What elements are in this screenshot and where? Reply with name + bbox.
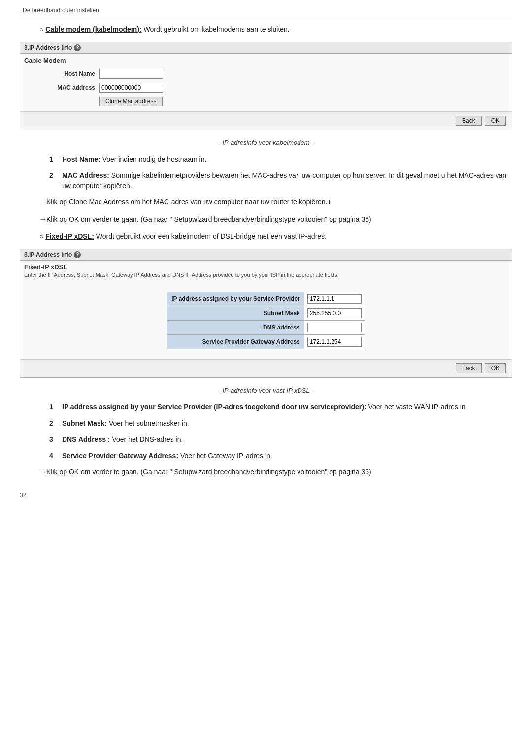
panel1-subheader: Cable Modem [20, 54, 512, 64]
caption1: – IP-adresinfo voor kabelmodem – [20, 139, 512, 146]
fi3-bold: DNS Address : [62, 435, 110, 443]
panel2-help-icon[interactable]: ? [74, 251, 81, 258]
mac-address-input[interactable] [99, 83, 163, 93]
fixed-item-3: 3 DNS Address : Voer het DNS-adres in. [49, 434, 512, 445]
fixed-input-0[interactable] [307, 294, 362, 304]
topbar-text: De breedbandrouter instellen [23, 7, 99, 14]
fixed-ip-table: IP address assigned by your Service Prov… [167, 292, 365, 349]
panel1-back-button[interactable]: Back [456, 116, 482, 126]
fixed-input-2[interactable] [307, 323, 362, 332]
fi1-bold: IP address assigned by your Service Prov… [62, 403, 366, 411]
item2-text: Sommige kabelinternetproviders bewaren h… [62, 171, 506, 190]
host-name-label: Host Name [30, 70, 99, 77]
fixed-value-3 [304, 335, 365, 349]
clone-btn-row: Clone Mac address [99, 97, 502, 106]
list-item-1: 1 Host Name: Voer indien nodig de hostna… [49, 154, 512, 164]
panel2-footer: Back OK [20, 359, 512, 377]
fixed-row-3: Service Provider Gateway Address [167, 335, 365, 349]
cable-modem-list: 1 Host Name: Voer indien nodig de hostna… [49, 154, 512, 191]
arrow2: →Klik op OK om verder te gaan. (Ga naar … [39, 214, 512, 225]
panel-cable-modem: 3.IP Address Info ? Cable Modem Host Nam… [20, 42, 512, 130]
fixed-label-2: DNS address [167, 321, 304, 335]
panel2-subheader-text: Fixed-IP xDSL [24, 263, 67, 271]
fixed-input-1[interactable] [307, 308, 362, 318]
panel2-header-text: 3.IP Address Info [24, 251, 72, 258]
fixed-value-1 [304, 306, 365, 321]
arrow3: →Klik op OK om verder te gaan. (Ga naar … [39, 467, 512, 477]
fixed-value-2 [304, 321, 365, 335]
host-name-row: Host Name [30, 69, 502, 79]
fi2-text: Voer het subnetmasker in. [107, 419, 189, 427]
panel1-help-icon[interactable]: ? [74, 44, 81, 51]
cable-modem-bold: Cable modem (kabelmodem): [45, 25, 141, 33]
item1-text: Voer indien nodig de hostnaam in. [100, 155, 207, 163]
cable-modem-intro: ○ Cable modem (kabelmodem): Wordt gebrui… [39, 25, 512, 33]
item1-bold: Host Name: [62, 155, 100, 163]
fi2-bold: Subnet Mask: [62, 419, 107, 427]
panel1-header-text: 3.IP Address Info [24, 44, 72, 51]
fixed-ip-bold: Fixed-IP xDSL: [45, 232, 94, 240]
list-item-2: 2 MAC Address: Sommige kabelinternetprov… [49, 170, 512, 191]
fixed-input-3[interactable] [307, 337, 362, 347]
fixed-item-4: 4 Service Provider Gateway Address: Voer… [49, 451, 512, 461]
fixed-ip-list: 1 IP address assigned by your Service Pr… [49, 402, 512, 461]
host-name-input[interactable] [99, 69, 163, 79]
fixed-label-1: Subnet Mask [167, 306, 304, 321]
panel2-ok-button[interactable]: OK [485, 363, 506, 373]
page-number: 32 [20, 492, 512, 499]
fixed-ip-intro: ○ Fixed-IP xDSL: Wordt gebruikt voor een… [39, 231, 512, 242]
mac-address-row: MAC address [30, 83, 502, 93]
fi3-text: Voer het DNS-adres in. [110, 435, 183, 443]
panel2-header: 3.IP Address Info ? [20, 249, 512, 261]
fixed-item-1: 1 IP address assigned by your Service Pr… [49, 402, 512, 412]
fixed-label-0: IP address assigned by your Service Prov… [167, 292, 304, 306]
panel1-subheader-text: Cable Modem [24, 57, 66, 64]
panel2-description: Enter the IP Address, Subnet Mask, Gatew… [20, 271, 512, 283]
panel-fixed-ip: 3.IP Address Info ? Fixed-IP xDSL Enter … [20, 249, 512, 378]
cable-modem-text: Wordt gebruikt om kabelmodems aan te slu… [142, 25, 290, 33]
panel2-form: IP address assigned by your Service Prov… [20, 283, 512, 359]
fixed-item-2: 2 Subnet Mask: Voer het subnetmasker in. [49, 418, 512, 428]
fixed-ip-text: Wordt gebruikt voor een kabelmodem of DS… [94, 232, 327, 240]
fixed-row-2: DNS address [167, 321, 365, 335]
mac-address-label: MAC address [30, 84, 99, 91]
fixed-row-1: Subnet Mask [167, 306, 365, 321]
panel1-ok-button[interactable]: OK [485, 116, 506, 126]
clone-mac-button[interactable]: Clone Mac address [99, 97, 163, 106]
panel2-subheader: Fixed-IP xDSL [20, 261, 512, 271]
arrow1: →Klik op Clone Mac Address om het MAC-ad… [39, 197, 512, 207]
panel2-back-button[interactable]: Back [456, 363, 482, 373]
fi4-text: Voer het Gateway IP-adres in. [178, 452, 272, 460]
fi4-bold: Service Provider Gateway Address: [62, 452, 178, 460]
fixed-label-3: Service Provider Gateway Address [167, 335, 304, 349]
fi1-text: Voer het vaste WAN IP-adres in. [366, 403, 467, 411]
top-bar: De breedbandrouter instellen [20, 5, 512, 16]
caption2: – IP-adresinfo voor vast IP xDSL – [20, 387, 512, 394]
panel1-header: 3.IP Address Info ? [20, 42, 512, 54]
panel1-footer: Back OK [20, 111, 512, 130]
item2-bold: MAC Address: [62, 171, 109, 179]
fixed-value-0 [304, 292, 365, 306]
fixed-row-0: IP address assigned by your Service Prov… [167, 292, 365, 306]
panel1-body: Host Name MAC address Clone Mac address [20, 64, 512, 111]
